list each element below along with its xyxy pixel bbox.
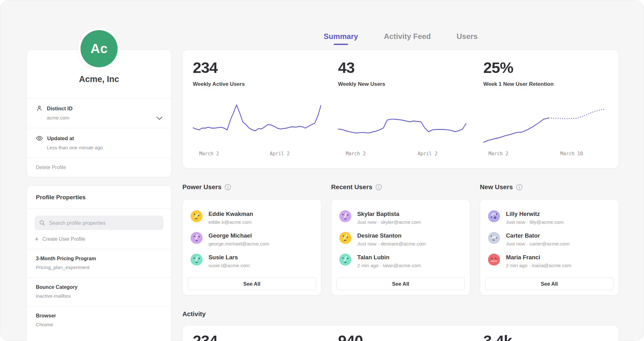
user-row[interactable]: Eddie Kwakman eddie.k@acme.com [183, 207, 321, 229]
x-tick-label: April 2 [270, 151, 290, 157]
user-row[interactable]: Talan Lubin 2 min ago · talan@acme.com [331, 251, 470, 272]
user-row[interactable]: George Michael george.michael@acme.com [183, 229, 321, 251]
field-value: Less than one minute ago [47, 145, 162, 151]
property-value: inactive-mailbox [36, 293, 162, 299]
chart-x-axis: March 2April 2 [193, 151, 321, 158]
user-avatar [339, 232, 351, 244]
user-name: George Michael [208, 232, 269, 239]
property-name: 3-Month Pricing Program [36, 256, 162, 261]
search-profile-properties[interactable] [35, 216, 164, 230]
summary-card: 234 Weekly Active Users March 2April 2 4… [182, 50, 619, 168]
user-row[interactable]: Susie Lars susie.l@acme.com [183, 251, 321, 272]
stat-week1-retention: 25% Week 1 New User Retention March 2Mar… [473, 50, 619, 168]
section-title: Recent Users [331, 183, 372, 191]
power-users-section: Power Users Eddie Kwakman eddie.k@acme.c… [182, 183, 321, 295]
section-title: New Users [480, 183, 513, 191]
tab-users[interactable]: Users [457, 31, 478, 45]
recent-users-card: Skylar Baptista Just now · skyler@acme.c… [331, 199, 470, 295]
user-name: Carter Bator [506, 232, 569, 239]
user-row[interactable]: Desirae Stanton Just now · desirare@acme… [331, 229, 470, 251]
retention-chart [483, 99, 612, 147]
stat-value: 234 [193, 59, 321, 76]
profile-properties-card: Profile Properties + Create User Profile… [27, 185, 171, 341]
create-user-profile-button[interactable]: + Create User Profile [35, 236, 164, 243]
company-avatar: Ac [80, 30, 118, 67]
user-avatar [191, 232, 203, 244]
activity-stat-value: 234 [193, 332, 321, 341]
user-detail: Just now · carter@acme.com [506, 241, 569, 247]
tab-summary[interactable]: Summary [324, 31, 358, 45]
x-tick-label: March 2 [488, 151, 508, 157]
property-row[interactable]: Browser Chrome [27, 306, 171, 335]
user-name: Susie Lars [208, 254, 250, 261]
user-detail: eddie.k@acme.com [208, 219, 253, 225]
distinct-id-row[interactable]: Distinct ID acme.com [27, 98, 171, 128]
user-sections: Power Users Eddie Kwakman eddie.k@acme.c… [182, 183, 619, 295]
profile-dashboard: Ac Acme, Inc Distinct ID acme.com [0, 0, 644, 341]
weekly-active-users-chart [193, 99, 321, 147]
see-all-button[interactable]: See All [188, 278, 316, 290]
x-tick-label: April 2 [418, 151, 437, 157]
field-label: Updated at [47, 135, 74, 141]
user-detail: george.michael@acme.com [208, 241, 269, 247]
stat-weekly-active-users: 234 Weekly Active Users March 2April 2 [183, 50, 328, 168]
activity-card: 234 940 3.4k [182, 325, 619, 341]
user-row[interactable]: Carter Bator Just now · carter@acme.com [480, 229, 619, 251]
activity-stat-value: 940 [338, 332, 466, 341]
weekly-new-users-chart [338, 99, 466, 147]
property-name: Browser [36, 313, 162, 319]
search-icon [39, 220, 45, 226]
user-name: Eddie Kwakman [208, 210, 253, 217]
stat-value: 43 [338, 59, 466, 76]
new-users-card: Lilly Herwitz Just now · lilly@acme.com … [480, 199, 619, 295]
user-avatar [488, 232, 500, 244]
user-avatar [488, 210, 500, 222]
property-row[interactable]: Bounce Category inactive-mailbox [27, 278, 171, 306]
user-detail: 2 min ago · talan@acme.com [357, 263, 421, 268]
x-tick-label: March 10 [560, 151, 583, 157]
eye-icon [36, 135, 43, 142]
tab-label: Users [457, 32, 478, 41]
search-input[interactable] [48, 220, 159, 226]
active-tab-underline [334, 44, 348, 45]
user-name: Lilly Herwitz [506, 210, 564, 217]
info-icon[interactable] [375, 184, 382, 190]
property-value: Chrome [36, 322, 162, 327]
stat-label: Week 1 New User Retention [483, 81, 612, 87]
info-icon[interactable] [516, 184, 523, 190]
user-avatar [488, 254, 500, 266]
tab-label: Activity Feed [384, 32, 431, 41]
create-user-profile-label: Create User Profile [42, 236, 85, 242]
profile-properties-title: Profile Properties [27, 186, 171, 208]
property-row[interactable]: 3-Month Pricing Program Pricing_plan_exp… [27, 249, 171, 278]
delete-profile-button[interactable]: Delete Profile [27, 158, 171, 177]
user-avatar [191, 254, 203, 266]
plus-icon: + [35, 236, 39, 243]
tab-bar: Summary Activity Feed Users [182, 31, 619, 45]
x-tick-label: March 2 [346, 151, 365, 157]
user-avatar [191, 210, 203, 222]
stat-label: Weekly New Users [338, 81, 466, 87]
see-all-button[interactable]: See All [336, 278, 465, 290]
tab-label: Summary [324, 32, 358, 41]
person-icon [36, 105, 43, 112]
new-users-section: New Users Lilly Herwitz Just now · lilly… [480, 183, 619, 295]
chart-x-axis: March 2March 10 [483, 151, 612, 158]
activity-title: Activity [182, 310, 206, 318]
updated-at-row: Updated at Less than one minute ago [27, 128, 171, 158]
tab-activity-feed[interactable]: Activity Feed [384, 31, 431, 45]
property-value: Pricing_plan_experiment [36, 265, 162, 270]
stat-label: Weekly Active Users [193, 81, 321, 87]
chevron-down-icon[interactable] [156, 116, 163, 120]
user-row[interactable]: Lilly Herwitz Just now · lilly@acme.com [480, 207, 619, 229]
user-row[interactable]: Maria Franci 2 min ago · maria@acme.com [480, 251, 619, 272]
user-row[interactable]: Skylar Baptista Just now · skyler@acme.c… [331, 207, 470, 229]
user-detail: susie.l@acme.com [208, 263, 250, 268]
company-avatar-ring: Ac [78, 28, 120, 70]
see-all-button[interactable]: See All [485, 278, 613, 290]
x-tick-label: March 2 [199, 151, 219, 157]
user-avatar [339, 210, 351, 222]
info-icon[interactable] [225, 184, 231, 190]
chart-x-axis: March 2April 2 [338, 151, 466, 158]
user-name: Talan Lubin [357, 254, 421, 261]
